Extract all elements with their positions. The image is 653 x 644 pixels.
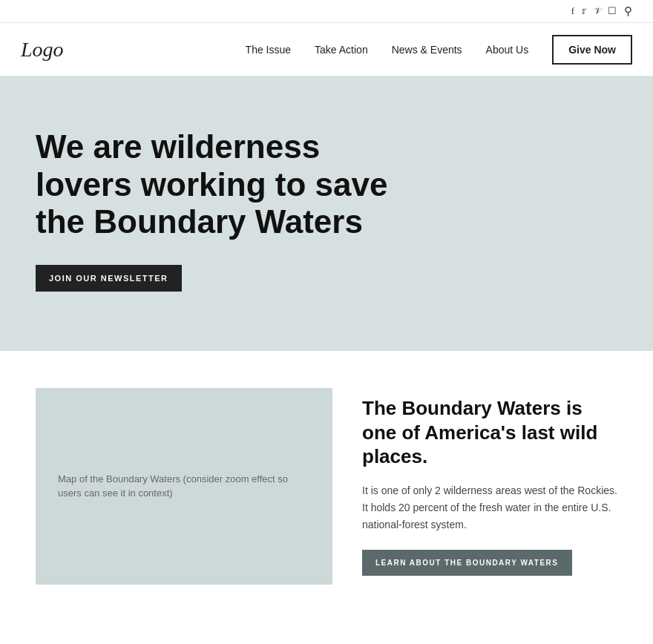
instagram-icon[interactable]: ☐: [608, 5, 617, 17]
site-logo[interactable]: Logo: [21, 38, 64, 62]
map-placeholder-text: Map of the Boundary Waters (consider zoo…: [58, 472, 310, 501]
map-info-section: Map of the Boundary Waters (consider zoo…: [0, 351, 653, 622]
boundary-waters-heading: The Boundary Waters is one of America's …: [362, 396, 617, 469]
boundary-waters-text-col: The Boundary Waters is one of America's …: [362, 396, 617, 576]
search-icon[interactable]: ⚲: [624, 4, 632, 18]
top-bar: f 𝕣 𝒱 ☐ ⚲: [0, 0, 653, 23]
vimeo-icon[interactable]: 𝒱: [594, 5, 600, 17]
nav-take-action[interactable]: Take Action: [315, 44, 368, 56]
threat-section: Proposed sulfide copper Minnesota Threat…: [0, 622, 653, 644]
nav-news-events[interactable]: News & Events: [392, 44, 462, 56]
learn-button[interactable]: Learn About The Boundary Waters: [362, 550, 572, 576]
give-now-button[interactable]: Give Now: [552, 35, 632, 65]
facebook-icon[interactable]: f: [571, 5, 574, 17]
site-header: Logo The Issue Take Action News & Events…: [0, 23, 653, 76]
main-nav: The Issue Take Action News & Events Abou…: [246, 35, 632, 65]
map-image: Map of the Boundary Waters (consider zoo…: [36, 388, 332, 585]
twitter-icon[interactable]: 𝕣: [582, 5, 586, 17]
nav-the-issue[interactable]: The Issue: [246, 44, 291, 56]
nav-about-us[interactable]: About Us: [486, 44, 529, 56]
boundary-waters-body: It is one of only 2 wilderness areas wes…: [362, 482, 617, 533]
newsletter-button[interactable]: Join Our Newsletter: [36, 265, 182, 292]
hero-title: We are wilderness lovers working to save…: [36, 128, 407, 241]
hero-section: We are wilderness lovers working to save…: [0, 76, 653, 351]
